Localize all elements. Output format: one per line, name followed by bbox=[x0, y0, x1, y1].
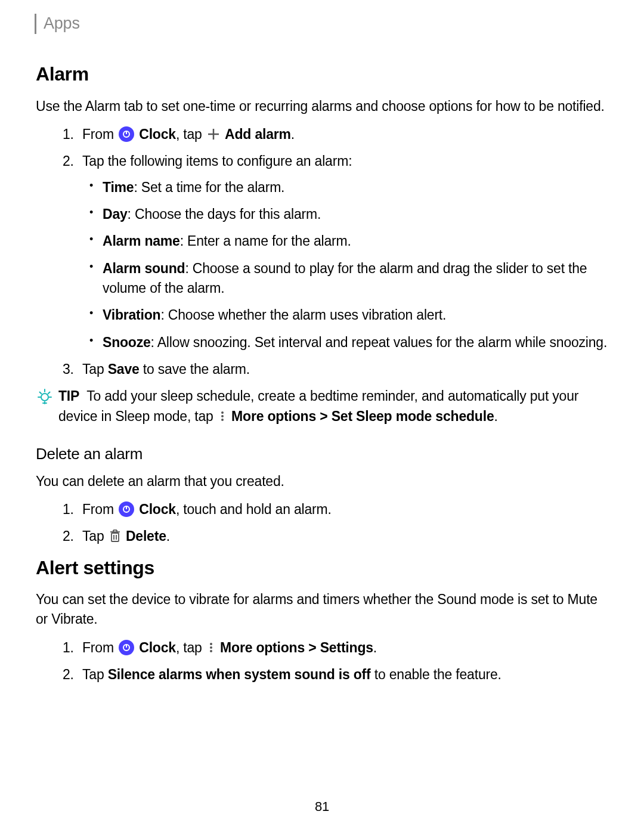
text: Tap bbox=[82, 528, 104, 544]
delete-intro: You can delete an alarm that you created… bbox=[36, 472, 608, 491]
label: Alarm sound bbox=[103, 261, 185, 276]
alert-step-2: Tap Silence alarms when system sound is … bbox=[78, 665, 608, 685]
clock-icon bbox=[119, 501, 134, 517]
save-label: Save bbox=[108, 361, 140, 377]
text: From bbox=[82, 501, 114, 517]
alert-steps: From Clock, tap More options > Settings.… bbox=[36, 638, 608, 685]
text: : Enter a name for the alarm. bbox=[180, 233, 351, 249]
label: Snooze bbox=[103, 335, 151, 350]
tip-content: TIP To add your sleep schedule, create a… bbox=[58, 386, 608, 426]
clock-label: Clock bbox=[139, 640, 176, 655]
tip-box: TIP To add your sleep schedule, create a… bbox=[36, 386, 608, 426]
delete-steps: From Clock, touch and hold an alarm. Tap… bbox=[36, 500, 608, 547]
settings-label: Settings bbox=[320, 640, 373, 655]
text: , tap bbox=[176, 126, 202, 142]
text: To add your sleep schedule, create a bed… bbox=[58, 388, 578, 423]
clock-label: Clock bbox=[139, 126, 176, 142]
delete-step-2: Tap Delete. bbox=[78, 527, 608, 546]
text: Tap bbox=[82, 361, 108, 377]
text: to save the alarm. bbox=[140, 361, 250, 377]
text: Tap the following items to configure an … bbox=[82, 153, 352, 169]
item-snooze: Snooze: Allow snoozing. Set interval and… bbox=[87, 333, 608, 352]
more-options-icon bbox=[218, 410, 227, 423]
text: : Choose whether the alarm uses vibratio… bbox=[160, 307, 446, 323]
text: : Choose the days for this alarm. bbox=[128, 206, 321, 222]
svg-rect-10 bbox=[112, 533, 119, 541]
text: From bbox=[82, 640, 114, 655]
label: Day bbox=[103, 206, 128, 222]
label: Alarm name bbox=[103, 233, 180, 249]
text: . bbox=[494, 408, 497, 424]
tip-lightbulb-icon bbox=[36, 388, 54, 411]
header-rule bbox=[35, 14, 36, 34]
text: , tap bbox=[176, 640, 202, 655]
svg-line-9 bbox=[48, 392, 50, 394]
alert-step-1: From Clock, tap More options > Settings. bbox=[78, 638, 608, 658]
text: : Set a time for the alarm. bbox=[134, 179, 284, 195]
section-title-alarm: Alarm bbox=[36, 60, 608, 88]
text: Tap bbox=[82, 667, 108, 682]
item-time: Time: Set a time for the alarm. bbox=[87, 178, 608, 197]
text: . bbox=[373, 640, 377, 655]
item-alarm-sound: Alarm sound: Choose a sound to play for … bbox=[87, 259, 608, 299]
label: Vibration bbox=[103, 307, 160, 323]
more-options-icon bbox=[207, 641, 215, 654]
alert-intro: You can set the device to vibrate for al… bbox=[36, 590, 608, 630]
item-day: Day: Choose the days for this alarm. bbox=[87, 205, 608, 224]
delete-label: Delete bbox=[126, 528, 166, 544]
page-number: 81 bbox=[0, 797, 644, 816]
section-title-delete: Delete an alarm bbox=[36, 443, 608, 466]
more-options-label: More options bbox=[231, 408, 316, 424]
alarm-step-3: Tap Save to save the alarm. bbox=[78, 360, 608, 379]
tip-label: TIP bbox=[58, 388, 79, 404]
text: . bbox=[291, 126, 295, 142]
text: : Allow snoozing. Set interval and repea… bbox=[151, 335, 608, 350]
clock-label: Clock bbox=[139, 501, 176, 517]
alarm-step-2: Tap the following items to configure an … bbox=[78, 151, 608, 352]
silence-label: Silence alarms when system sound is off bbox=[108, 667, 371, 682]
item-alarm-name: Alarm name: Enter a name for the alarm. bbox=[87, 231, 608, 251]
alarm-step-1: From Clock, tap Add alarm. bbox=[78, 125, 608, 144]
text: to enable the feature. bbox=[371, 667, 501, 682]
plus-icon bbox=[207, 128, 220, 141]
item-vibration: Vibration: Choose whether the alarm uses… bbox=[87, 305, 608, 325]
alarm-config-items: Time: Set a time for the alarm. Day: Cho… bbox=[82, 178, 608, 352]
gt: > bbox=[308, 640, 316, 655]
section-title-alert: Alert settings bbox=[36, 554, 608, 581]
svg-line-8 bbox=[40, 392, 42, 394]
clock-icon bbox=[119, 640, 134, 655]
breadcrumb-label: Apps bbox=[44, 12, 80, 35]
more-options-label: More options bbox=[220, 640, 305, 655]
text: . bbox=[166, 528, 170, 544]
svg-point-2 bbox=[41, 394, 48, 401]
text: , touch and hold an alarm. bbox=[176, 501, 332, 517]
label: Time bbox=[103, 179, 134, 195]
text: From bbox=[82, 126, 114, 142]
set-sleep-label: Set Sleep mode schedule bbox=[332, 408, 494, 424]
alarm-intro: Use the Alarm tab to set one-time or rec… bbox=[36, 97, 608, 116]
alarm-steps: From Clock, tap Add alarm. Tap the follo… bbox=[36, 125, 608, 379]
delete-step-1: From Clock, touch and hold an alarm. bbox=[78, 500, 608, 519]
trash-icon bbox=[109, 529, 121, 543]
gt: > bbox=[320, 408, 327, 424]
add-alarm-label: Add alarm bbox=[225, 126, 291, 142]
clock-icon bbox=[119, 126, 134, 142]
page-header: Apps bbox=[35, 12, 608, 35]
